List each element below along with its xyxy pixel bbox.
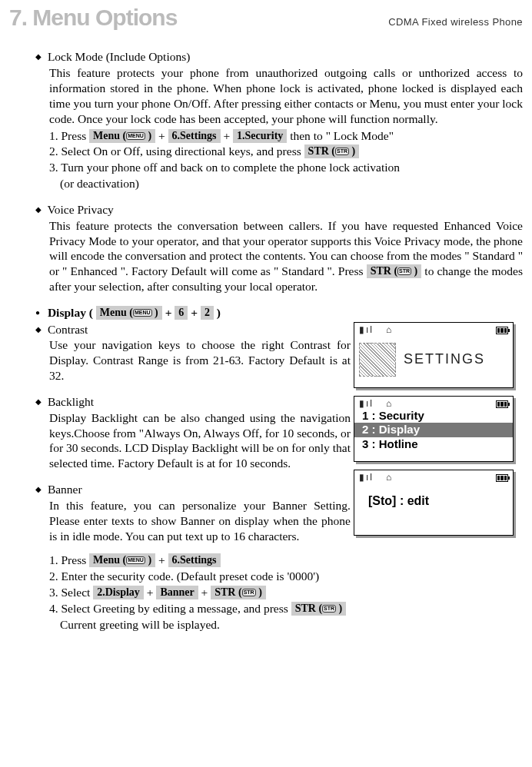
signal-icon: ▮ıl ⌂	[359, 324, 393, 336]
menu-key: Menu (MENU )	[89, 129, 155, 143]
battery-icon	[496, 474, 508, 482]
banner-step-4b: Current greeting will be isplayed.	[49, 617, 523, 633]
six-settings-key: 6.Settings	[168, 553, 221, 567]
two-key: 2	[201, 306, 214, 320]
str-key: STR (STR )	[211, 586, 266, 599]
sto-edit-label: [Sto] : edit	[354, 483, 513, 509]
battery-icon	[496, 327, 508, 334]
voice-privacy-heading: Voice Privacy	[35, 202, 523, 217]
six-key: 6	[175, 306, 188, 320]
lock-step-2: 2. Select On or Off, using directional k…	[49, 144, 523, 159]
str-key: STR (STR )	[367, 264, 422, 278]
voice-privacy-body: This feature protects the conversation b…	[49, 218, 523, 294]
battery-icon	[496, 400, 508, 408]
menu-key: Menu (MENU )	[89, 553, 155, 567]
str-key: STR (STR )	[291, 602, 347, 616]
menu-item-security: 1 : Security	[362, 409, 424, 422]
one-security-key: 1.Security	[233, 129, 287, 143]
banner-step-2: 2. Enter the security code. (Default pre…	[49, 569, 523, 584]
banner-step-3: 3. Select 2.Display + Banner + STR (STR …	[49, 585, 523, 600]
menu-item-hotline: 3 : Hotline	[362, 437, 418, 450]
settings-label: SETTINGS	[404, 350, 485, 368]
screen-settings: ▮ıl ⌂ SETTINGS	[354, 322, 514, 388]
page-title: 7. Menu Options	[9, 3, 177, 32]
menu-key: Menu (MENU )	[96, 306, 162, 320]
settings-graphic-icon	[359, 343, 396, 377]
str-key: STR (STR )	[304, 144, 360, 158]
two-display-key: 2.Display	[93, 586, 144, 599]
banner-step-1: 1. Press Menu (MENU ) + 6.Settings	[49, 553, 523, 568]
screen-sto-edit: ▮ıl ⌂ [Sto] : edit	[354, 470, 514, 536]
signal-icon: ▮ıl ⌂	[359, 472, 393, 483]
lock-mode-body: This feature protects your phone from un…	[49, 65, 523, 126]
display-heading: Display ( Menu (MENU ) + 6 + 2 )	[35, 306, 221, 319]
phone-screens-column: ▮ıl ⌂ SETTINGS ▮ıl ⌂ 1 : Security 2 : Di…	[354, 322, 523, 543]
menu-item-display-selected: 2 : Display	[354, 423, 513, 437]
lock-mode-heading: Lock Mode (Include Options)	[35, 49, 523, 65]
six-settings-key: 6.Settings	[168, 129, 221, 143]
screen-menu-list: ▮ıl ⌂ 1 : Security 2 : Display 3 : Hotli…	[354, 396, 514, 462]
banner-step-4: 4. Select Greeting by editing a message,…	[49, 601, 523, 616]
banner-key: Banner	[156, 586, 198, 599]
header-subtitle: CDMA Fixed wireless Phone	[388, 16, 523, 29]
lock-step-3: 3. Turn your phone off and back on to co…	[49, 160, 523, 175]
lock-step-3b: (or deactivation)	[49, 176, 523, 191]
lock-step-1: 1. Press Menu (MENU ) + 6.Settings + 1.S…	[49, 128, 523, 144]
